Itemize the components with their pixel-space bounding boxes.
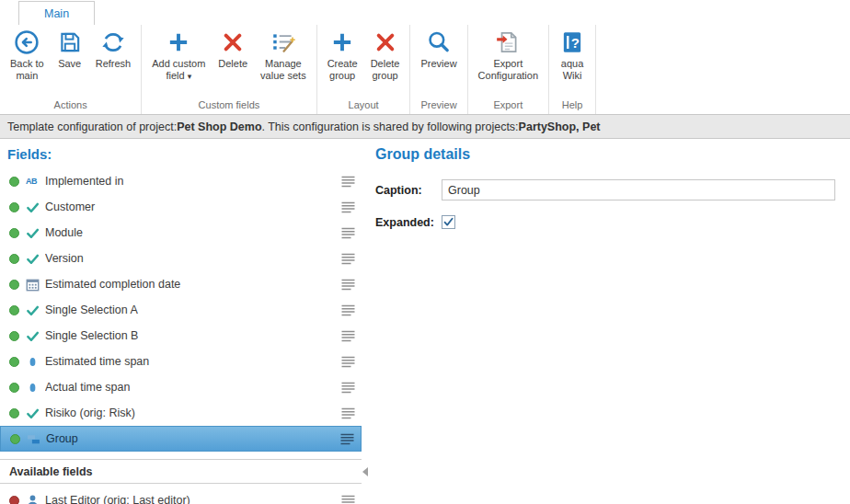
drag-handle-icon[interactable] — [341, 382, 355, 394]
fields-panel-title: Fields: — [7, 146, 369, 162]
drag-handle-icon[interactable] — [341, 356, 355, 368]
tab-main-label: Main — [44, 7, 69, 20]
drag-handle-icon[interactable] — [341, 304, 355, 316]
preview-button[interactable]: Preview — [414, 25, 463, 72]
field-label: Customer — [45, 200, 341, 213]
project-name: Pet Shop Demo — [177, 120, 261, 133]
ribbon-group-export: Export Configuration Export — [468, 25, 549, 114]
button-label: Back to main — [10, 58, 44, 81]
drag-handle-icon[interactable] — [341, 330, 355, 342]
timespan-type-icon — [26, 355, 40, 369]
dropdown-caret-icon: ▾ — [188, 72, 192, 81]
ribbon-group-preview: Preview Preview — [410, 25, 467, 114]
field-row[interactable]: Module — [0, 220, 362, 246]
status-dot-green — [9, 408, 19, 418]
back-to-main-button[interactable]: Back to main — [4, 25, 51, 84]
template-configuration-window: Main Back to main Save Refresh Actions — [0, 0, 850, 504]
field-row[interactable]: Customer — [0, 194, 362, 220]
button-label: Delete group — [371, 58, 400, 81]
button-label: Manage value sets — [260, 58, 306, 81]
expanded-label: Expanded: — [375, 216, 442, 229]
field-row[interactable]: Estimated completion date — [0, 271, 362, 297]
field-label: Implemented in — [45, 175, 341, 188]
field-row[interactable]: Single Selection B — [0, 323, 362, 349]
available-fields-list: Last Editor (orig: Last editor) — [0, 487, 369, 504]
ribbon-group-label: Custom fields — [145, 99, 312, 114]
available-fields-header: Available fields — [0, 459, 362, 484]
delete-group-button[interactable]: Delete group — [364, 25, 407, 84]
ribbon-group-help: aqua Wiki Help — [549, 25, 596, 114]
back-icon — [14, 29, 40, 55]
drag-handle-icon[interactable] — [341, 407, 355, 419]
drag-handle-icon[interactable] — [341, 201, 355, 213]
button-label: Save — [58, 58, 81, 69]
field-row[interactable]: Last Editor (orig: Last editor) — [0, 487, 362, 504]
selection-type-icon — [26, 226, 40, 240]
field-row[interactable]: Single Selection A — [0, 297, 362, 323]
save-button[interactable]: Save — [51, 25, 89, 72]
save-icon — [57, 29, 83, 55]
ribbon-group-label: Help — [553, 99, 592, 114]
value-sets-icon — [270, 29, 296, 55]
export-configuration-button[interactable]: Export Configuration — [472, 25, 545, 84]
collapse-panel-arrow-icon[interactable] — [362, 467, 368, 476]
delete-field-button[interactable]: Delete — [212, 25, 254, 72]
add-custom-field-button[interactable]: Add custom field ▾ — [145, 25, 212, 84]
button-label: Create group — [327, 58, 358, 81]
tab-main[interactable]: Main — [18, 1, 95, 25]
checkmark-icon — [443, 217, 454, 227]
selection-type-icon — [26, 407, 40, 420]
aqua-wiki-button[interactable]: aqua Wiki — [553, 25, 592, 84]
status-dot-green — [10, 434, 20, 444]
field-row-selected[interactable]: Group — [0, 426, 362, 452]
selection-type-icon — [26, 252, 40, 266]
field-label: Estimated completion date — [45, 278, 341, 291]
field-row[interactable]: Version — [0, 246, 362, 271]
field-label: Last Editor (orig: Last editor) — [45, 494, 341, 504]
drag-handle-icon[interactable] — [341, 253, 355, 265]
expanded-form-row: Expanded: — [375, 215, 850, 229]
info-text: . This configuration is shared by follow… — [262, 120, 519, 133]
ribbon: Back to main Save Refresh Actions Add cu… — [0, 25, 850, 114]
status-dot-green — [9, 254, 19, 264]
drag-handle-icon[interactable] — [341, 279, 355, 291]
refresh-button[interactable]: Refresh — [89, 25, 138, 72]
ribbon-group-label: Layout — [321, 99, 407, 114]
group-type-icon — [27, 432, 40, 446]
field-label: Actual time span — [45, 381, 341, 394]
caption-label: Caption: — [375, 184, 442, 197]
info-text: Template configuration of project: — [7, 120, 177, 133]
field-label: Module — [45, 226, 341, 239]
plus-icon — [166, 29, 191, 55]
status-dot-green — [9, 357, 19, 367]
field-row[interactable]: Risiko (orig: Risk) — [0, 400, 362, 426]
status-dot-green — [9, 331, 19, 341]
create-group-button[interactable]: Create group — [321, 25, 364, 84]
details-panel-title: Group details — [375, 146, 850, 163]
field-label: Group — [46, 432, 340, 445]
drag-handle-icon[interactable] — [341, 176, 355, 188]
button-label: Preview — [420, 58, 456, 69]
magnifier-icon — [426, 29, 452, 55]
ribbon-group-actions: Back to main Save Refresh Actions — [0, 25, 142, 114]
field-row[interactable]: AB Implemented in — [0, 168, 362, 194]
field-row[interactable]: Actual time span — [0, 374, 362, 400]
expanded-checkbox[interactable] — [442, 215, 455, 229]
delete-x-icon — [220, 29, 246, 55]
field-row[interactable]: Estimated time span — [0, 349, 362, 374]
export-document-icon — [495, 29, 521, 55]
button-label: Delete — [218, 58, 247, 69]
help-question-icon — [559, 29, 585, 55]
ribbon-group-layout: Create group Delete group Layout — [317, 25, 411, 114]
button-label: Refresh — [96, 58, 132, 69]
manage-value-sets-button[interactable]: Manage value sets — [254, 25, 313, 84]
ribbon-group-label: Preview — [414, 99, 463, 114]
drag-handle-icon[interactable] — [341, 495, 355, 504]
field-label: Risiko (orig: Risk) — [45, 407, 341, 419]
drag-handle-icon[interactable] — [341, 227, 355, 239]
caption-input[interactable] — [442, 179, 835, 200]
selection-type-icon — [26, 304, 40, 317]
drag-handle-icon[interactable] — [340, 433, 354, 445]
button-label: Add custom field — [152, 58, 205, 81]
caption-form-row: Caption: — [375, 179, 850, 200]
